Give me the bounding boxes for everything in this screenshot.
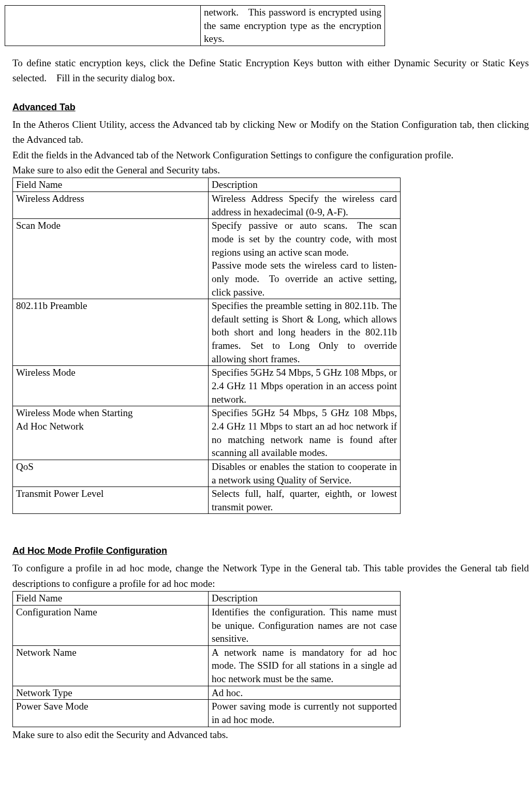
- table-cell-field: Wireless Address: [13, 192, 209, 219]
- table-cell-desc: Specify passive or auto scans. The scan …: [209, 219, 401, 299]
- table-cell-field: Scan Mode: [13, 219, 209, 299]
- table-cell-desc: Ad hoc.: [209, 686, 401, 700]
- table-row: Wireless Mode when StartingAd Hoc Networ…: [13, 406, 401, 460]
- table-cell-field: Transmit Power Level: [13, 487, 209, 514]
- table-cell-desc: Power saving mode is currently not suppo…: [209, 700, 401, 727]
- paragraph-adhoc-intro: To configure a profile in ad hoc mode, c…: [12, 561, 529, 591]
- paragraph-advanced-3: Make sure to also edit the General and S…: [12, 163, 529, 178]
- table-cell-field: Network Name: [13, 645, 209, 686]
- advanced-tab-table: Field Name Description Wireless Address …: [12, 178, 401, 514]
- table-cell-field: Configuration Name: [13, 605, 209, 645]
- table-row: Network Type Ad hoc.: [13, 686, 401, 700]
- table-cell-desc: Identifies the configuration. This name …: [209, 605, 401, 645]
- table-cell-empty: [5, 6, 201, 46]
- partial-table: network. This password is encrypted usin…: [5, 5, 385, 46]
- table-header-row: Field Name Description: [13, 178, 401, 192]
- table-header-desc: Description: [209, 178, 401, 192]
- table-cell-field: Wireless Mode when StartingAd Hoc Networ…: [13, 406, 209, 460]
- table-cell-field: QoS: [13, 460, 209, 487]
- table-cell-desc: Wireless Address Specify the wireless ca…: [209, 192, 401, 219]
- table-cell-desc: Disables or enables the station to coope…: [209, 460, 401, 487]
- table-row: Scan Mode Specify passive or auto scans.…: [13, 219, 401, 299]
- table-header-desc: Description: [209, 592, 401, 606]
- table-cell-field: Power Save Mode: [13, 700, 209, 727]
- heading-adhoc-config: Ad Hoc Mode Profile Configuration: [12, 544, 529, 558]
- table-header-field: Field Name: [13, 592, 209, 606]
- paragraph-adhoc-2: Make sure to also edit the Security and …: [12, 727, 529, 742]
- table-row: Configuration Name Identifies the config…: [13, 605, 401, 645]
- paragraph-advanced-2: Edit the fields in the Advanced tab of t…: [12, 148, 529, 163]
- table-header-field: Field Name: [13, 178, 209, 192]
- table-row: Wireless Address Wireless Address Specif…: [13, 192, 401, 219]
- table-row: 802.11b Preamble Specifies the preamble …: [13, 299, 401, 366]
- adhoc-table: Field Name Description Configuration Nam…: [12, 591, 401, 727]
- paragraph-define-keys: To define static encryption keys, click …: [12, 55, 529, 86]
- table-cell-field: Network Type: [13, 686, 209, 700]
- heading-advanced-tab: Advanced Tab: [12, 100, 529, 115]
- table-row: Wireless Mode Specifies 5GHz 54 Mbps, 5 …: [13, 366, 401, 406]
- table-row: Transmit Power Level Selects full, half,…: [13, 487, 401, 514]
- table-row: QoS Disables or enables the station to c…: [13, 460, 401, 487]
- table-cell-desc: Specifies 5GHz 54 Mbps, 5 GHz 108 Mbps, …: [209, 366, 401, 406]
- table-cell-desc: A network name is mandatory for ad hoc m…: [209, 645, 401, 686]
- table-cell-field: 802.11b Preamble: [13, 299, 209, 366]
- table-row: Network Name A network name is mandatory…: [13, 645, 401, 686]
- table-cell-desc: network. This password is encrypted usin…: [201, 6, 385, 46]
- table-row: network. This password is encrypted usin…: [5, 6, 385, 46]
- paragraph-advanced-1: In the Atheros Client Utility, access th…: [12, 117, 529, 148]
- table-cell-field: Wireless Mode: [13, 366, 209, 406]
- table-cell-desc: Specifies 5GHz 54 Mbps, 5 GHz 108 Mbps, …: [209, 406, 401, 460]
- table-row: Power Save Mode Power saving mode is cur…: [13, 700, 401, 727]
- table-header-row: Field Name Description: [13, 592, 401, 606]
- table-cell-desc: Specifies the preamble setting in 802.11…: [209, 299, 401, 366]
- table-cell-desc: Selects full, half, quarter, eighth, or …: [209, 487, 401, 514]
